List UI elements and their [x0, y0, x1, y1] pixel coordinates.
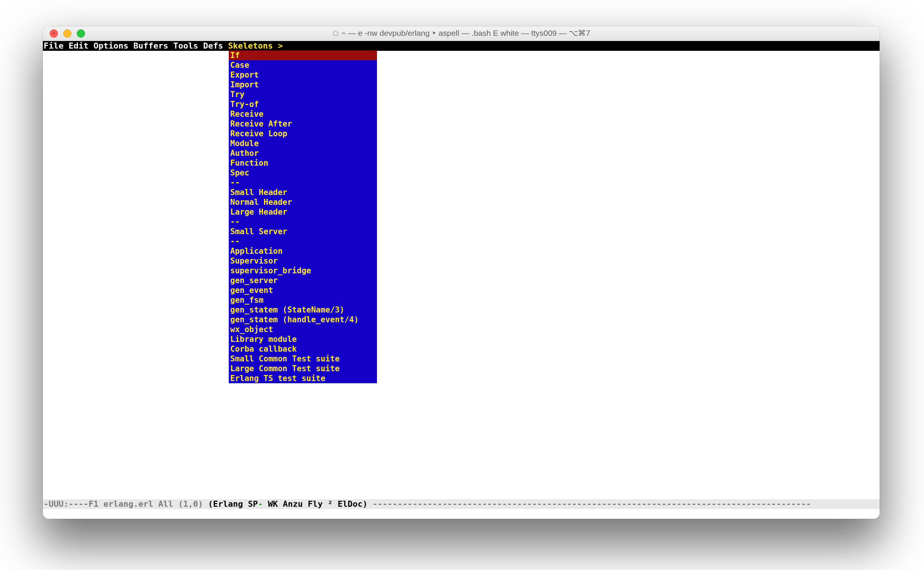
dropdown-separator: --: [229, 236, 377, 246]
dropdown-item[interactable]: gen_event: [229, 285, 377, 295]
dropdown-item[interactable]: If: [229, 51, 377, 60]
dropdown-item[interactable]: gen_statem (StateName/3): [229, 305, 377, 315]
dropdown-item[interactable]: Receive Loop: [229, 129, 377, 139]
modeline-buffer: erlang.erl: [104, 499, 153, 509]
dropdown-item[interactable]: Try-of: [229, 100, 377, 109]
menu-edit[interactable]: Edit: [69, 41, 89, 51]
modeline-position: All (1,0): [153, 499, 208, 509]
dropdown-item[interactable]: Corba callback: [229, 344, 377, 354]
modeline-modes-open: (Erlang SP: [208, 499, 258, 509]
dropdown-item[interactable]: Small Common Test suite: [229, 354, 377, 364]
modeline-fill: ----------------------------------------…: [373, 499, 811, 509]
menu-tools[interactable]: Tools: [173, 41, 198, 51]
dropdown-item[interactable]: Module: [229, 139, 377, 148]
menu-skeletons[interactable]: Skeletons >: [228, 41, 287, 51]
terminal-window: ~ — e -nw devpub/erlang ‣ aspell — .bash…: [43, 26, 880, 519]
window-title-text: ~ — e -nw devpub/erlang ‣ aspell — .bash…: [341, 29, 590, 37]
dropdown-item[interactable]: Try: [229, 90, 377, 100]
mode-line: -UUU:----F1 erlang.erl All (1,0) (Erlang…: [43, 499, 880, 509]
skeletons-dropdown[interactable]: If Case Export Import Try Try-of Receive…: [229, 51, 377, 383]
dropdown-item[interactable]: Library module: [229, 334, 377, 344]
dropdown-separator: --: [229, 178, 377, 187]
window-title: ~ — e -nw devpub/erlang ‣ aspell — .bash…: [43, 29, 880, 38]
modeline-flags: -UUU:----F1: [44, 499, 104, 509]
menu-file[interactable]: File: [44, 41, 64, 51]
home-icon: [332, 29, 339, 38]
dropdown-item[interactable]: Spec: [229, 168, 377, 178]
menu-bar[interactable]: File Edit Options Buffers Tools Defs Ske…: [43, 41, 880, 51]
dropdown-item[interactable]: Large Header: [229, 207, 377, 217]
dropdown-item[interactable]: Supervisor: [229, 256, 377, 266]
close-button[interactable]: [50, 29, 58, 38]
dropdown-item[interactable]: Small Header: [229, 187, 377, 197]
dropdown-item[interactable]: Case: [229, 60, 377, 70]
modeline-modes-rest: WK Anzu Fly ² ElDoc): [263, 499, 373, 509]
dropdown-item[interactable]: Large Common Test suite: [229, 364, 377, 374]
dropdown-item[interactable]: Receive After: [229, 119, 377, 129]
traffic-lights: [50, 26, 85, 41]
menu-options[interactable]: Options: [93, 41, 128, 51]
dropdown-item[interactable]: gen_server: [229, 276, 377, 285]
dropdown-item[interactable]: Export: [229, 70, 377, 80]
dropdown-item[interactable]: wx_object: [229, 325, 377, 334]
dropdown-item[interactable]: supervisor_bridge: [229, 266, 377, 276]
dropdown-item[interactable]: Author: [229, 148, 377, 158]
dropdown-item[interactable]: Receive: [229, 109, 377, 119]
dropdown-item[interactable]: Erlang TS test suite: [229, 374, 377, 383]
dropdown-separator: --: [229, 217, 377, 227]
dropdown-item[interactable]: Normal Header: [229, 197, 377, 207]
dropdown-item[interactable]: gen_fsm: [229, 295, 377, 305]
dropdown-item[interactable]: Import: [229, 80, 377, 90]
zoom-button[interactable]: [77, 29, 85, 38]
minimize-button[interactable]: [63, 29, 72, 38]
dropdown-item[interactable]: Small Server: [229, 227, 377, 236]
dropdown-item[interactable]: Application: [229, 246, 377, 256]
menu-defs[interactable]: Defs: [203, 41, 223, 51]
menu-buffers[interactable]: Buffers: [133, 41, 168, 51]
dropdown-item[interactable]: gen_statem (handle_event/4): [229, 315, 377, 325]
minibuffer[interactable]: [43, 509, 880, 519]
titlebar: ~ — e -nw devpub/erlang ‣ aspell — .bash…: [43, 26, 880, 41]
dropdown-item[interactable]: Function: [229, 158, 377, 168]
modeline-modes-dash: -: [258, 499, 263, 509]
